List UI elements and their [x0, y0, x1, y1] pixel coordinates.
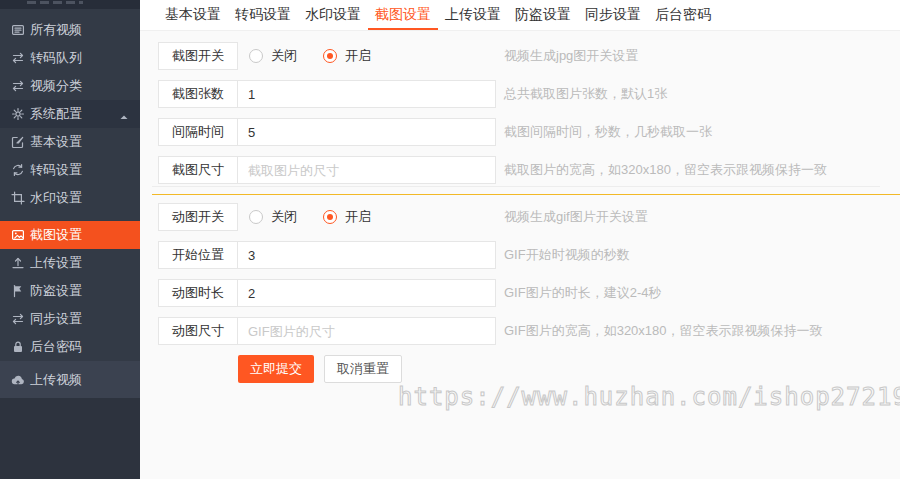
sidebar-item-upload-settings[interactable]: 上传设置	[0, 249, 140, 277]
gif-duration-field	[237, 279, 496, 307]
image-icon	[11, 228, 25, 242]
gif-switch-radio-option-1[interactable]: 开启	[323, 208, 371, 226]
sidebar-item-label: 水印设置	[30, 189, 82, 207]
sidebar-item-antileech-settings[interactable]: 防盗设置	[0, 277, 140, 305]
sidebar-clipped-item	[0, 0, 140, 9]
sidebar-filler	[0, 398, 140, 479]
form-row-interval-time: 间隔时间截图间隔时间，秒数，几秒截取一张	[158, 118, 900, 146]
sidebar-item-watermark-settings[interactable]: 水印设置	[0, 184, 140, 212]
gif-switch-radio-group: 关闭开启	[237, 208, 371, 226]
screenshot-switch-radio-option-0[interactable]: 关闭	[249, 47, 297, 65]
tab-basic[interactable]: 基本设置	[158, 0, 228, 30]
lock-icon	[11, 340, 25, 354]
gif-switch-radio-option-0[interactable]: 关闭	[249, 208, 297, 226]
sidebar-item-label: 同步设置	[30, 310, 82, 328]
tab-antileech[interactable]: 防盗设置	[508, 0, 578, 30]
screenshot-size-input[interactable]	[237, 156, 496, 184]
submit-button[interactable]: 立即提交	[238, 355, 314, 383]
tab-sync[interactable]: 同步设置	[578, 0, 648, 30]
gif-start-help-text: GIF开始时视频的秒数	[504, 246, 630, 264]
screenshot-switch-radio-option-1[interactable]: 开启	[323, 47, 371, 65]
section-divider-gray	[152, 186, 880, 187]
app-window: 所有视频转码队列视频分类系统配置基本设置转码设置水印设置截图设置上传设置防盗设置…	[0, 0, 900, 479]
sidebar-item-label: 转码设置	[30, 161, 82, 179]
radio-selected-icon[interactable]	[323, 210, 337, 224]
interval-time-field	[237, 118, 496, 146]
gif-switch-label: 动图开关	[158, 203, 238, 231]
sidebar-item-upload-video[interactable]: 上传视频	[0, 361, 140, 398]
form-row-gif-size: 动图尺寸GIF图片的宽高，如320x180，留空表示跟视频保持一致	[158, 317, 900, 345]
form-row-screenshot-size: 截图尺寸截取图片的宽高，如320x180，留空表示跟视频保持一致	[158, 156, 900, 184]
sidebar-menu: 所有视频转码队列视频分类系统配置基本设置转码设置水印设置截图设置上传设置防盗设置…	[0, 9, 140, 361]
gif-start-field	[237, 241, 496, 269]
screenshot-size-field	[237, 156, 496, 184]
video-list-icon	[11, 23, 25, 37]
screenshot-count-field	[237, 80, 496, 108]
interval-time-input[interactable]	[237, 118, 496, 146]
tab-watermark[interactable]: 水印设置	[298, 0, 368, 30]
screenshot-switch-field: 关闭开启	[237, 42, 496, 70]
tab-transcode[interactable]: 转码设置	[228, 0, 298, 30]
gif-size-label: 动图尺寸	[158, 317, 238, 345]
sidebar-item-admin-password[interactable]: 后台密码	[0, 333, 140, 361]
radio-icon[interactable]	[249, 49, 263, 63]
interval-time-help-text: 截图间隔时间，秒数，几秒截取一张	[504, 123, 712, 141]
cloud-upload-icon	[11, 373, 25, 387]
sidebar-footer: 上传视频	[0, 361, 140, 398]
screenshot-switch-radio-group: 关闭开启	[237, 47, 371, 65]
sidebar-item-label: 基本设置	[30, 133, 82, 151]
sidebar-item-screenshot-settings[interactable]: 截图设置	[0, 221, 140, 249]
sidebar-item-all-videos[interactable]: 所有视频	[0, 16, 140, 44]
sidebar-item-system-config[interactable]: 系统配置	[0, 100, 140, 128]
sidebar-item-label: 后台密码	[30, 338, 82, 356]
tab-bar: 基本设置转码设置水印设置截图设置上传设置防盗设置同步设置后台密码	[140, 0, 900, 31]
gif-start-input[interactable]	[237, 241, 496, 269]
sidebar-item-label: 上传设置	[30, 254, 82, 272]
sidebar-item-label: 上传视频	[30, 371, 82, 389]
swap-icon	[11, 312, 25, 326]
screenshot-count-help-text: 总共截取图片张数，默认1张	[504, 85, 667, 103]
settings-form: 截图开关关闭开启视频生成jpg图开关设置截图张数总共截取图片张数，默认1张间隔时…	[140, 31, 900, 383]
transcode-icon	[11, 163, 25, 177]
sidebar-item-basic-settings[interactable]: 基本设置	[0, 128, 140, 156]
sidebar-item-transcode-settings[interactable]: 转码设置	[0, 156, 140, 184]
sidebar-item-label: 防盗设置	[30, 282, 82, 300]
flag-icon	[11, 284, 25, 298]
form-row-gif-duration: 动图时长GIF图片的时长，建议2-4秒	[158, 279, 900, 307]
sidebar-item-transcode-queue[interactable]: 转码队列	[0, 44, 140, 72]
gif-size-input[interactable]	[237, 317, 496, 345]
form-section-1: 截图开关关闭开启视频生成jpg图开关设置截图张数总共截取图片张数，默认1张间隔时…	[158, 42, 900, 184]
form-section-2: 动图开关关闭开启视频生成gif图片开关设置开始位置GIF开始时视频的秒数动图时长…	[158, 203, 900, 345]
tab-password[interactable]: 后台密码	[648, 0, 718, 30]
sidebar: 所有视频转码队列视频分类系统配置基本设置转码设置水印设置截图设置上传设置防盗设置…	[0, 0, 140, 479]
reset-button[interactable]: 取消重置	[324, 355, 402, 383]
gif-size-field	[237, 317, 496, 345]
sidebar-item-label: 转码队列	[30, 49, 82, 67]
gif-duration-input[interactable]	[237, 279, 496, 307]
screenshot-count-label: 截图张数	[158, 80, 238, 108]
gif-duration-label: 动图时长	[158, 279, 238, 307]
screenshot-size-label: 截图尺寸	[158, 156, 238, 184]
tab-screenshot[interactable]: 截图设置	[368, 0, 438, 30]
interval-time-label: 间隔时间	[158, 118, 238, 146]
section-divider-yellow	[152, 194, 900, 195]
sidebar-item-label: 截图设置	[30, 226, 82, 244]
sidebar-item-video-category[interactable]: 视频分类	[0, 72, 140, 100]
radio-selected-icon[interactable]	[323, 49, 337, 63]
gif-switch-field: 关闭开启	[237, 203, 496, 231]
radio-icon[interactable]	[249, 210, 263, 224]
screenshot-switch-label: 截图开关	[158, 42, 238, 70]
screenshot-count-input[interactable]	[237, 80, 496, 108]
sidebar-item-label: 所有视频	[30, 21, 82, 39]
sidebar-item-sync-settings[interactable]: 同步设置	[0, 305, 140, 333]
gif-start-label: 开始位置	[158, 241, 238, 269]
form-row-screenshot-count: 截图张数总共截取图片张数，默认1张	[158, 80, 900, 108]
gif-switch-help-text: 视频生成gif图片开关设置	[504, 208, 648, 226]
screenshot-switch-help-text: 视频生成jpg图开关设置	[504, 47, 638, 65]
gear-icon	[11, 107, 25, 121]
form-actions: 立即提交取消重置	[238, 355, 900, 383]
radio-option-label: 开启	[345, 47, 371, 65]
tab-upload[interactable]: 上传设置	[438, 0, 508, 30]
radio-option-label: 关闭	[271, 208, 297, 226]
gif-duration-help-text: GIF图片的时长，建议2-4秒	[504, 284, 661, 302]
